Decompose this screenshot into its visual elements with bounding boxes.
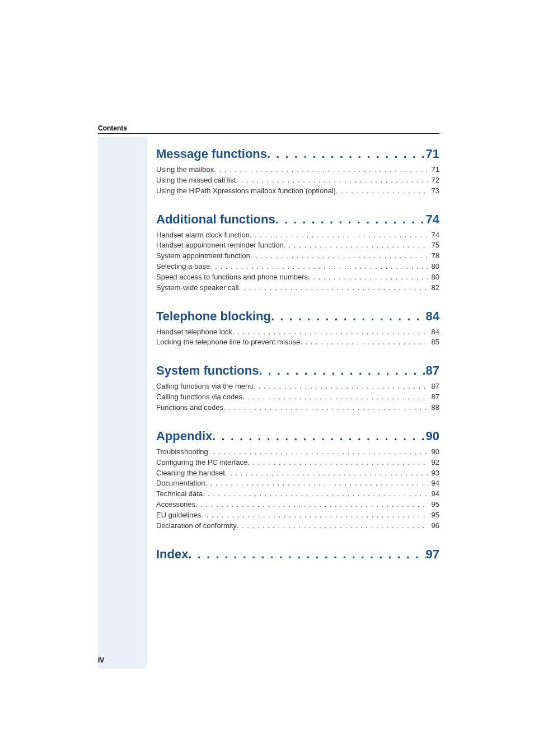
header-rule <box>98 133 439 134</box>
toc-heading[interactable]: Additional functions 74 <box>156 212 439 227</box>
toc-entry[interactable]: System-wide speaker call82 <box>156 283 439 293</box>
toc-entry[interactable]: Handset alarm clock function74 <box>156 230 439 241</box>
toc-entry-page: 80 <box>428 262 439 272</box>
toc-entry[interactable]: Troubleshooting90 <box>156 447 439 458</box>
leader-dots <box>250 230 428 241</box>
toc-entry-title: Calling functions via the menu <box>156 381 253 392</box>
leader-dots <box>250 251 428 262</box>
toc-section: Message functions 71 Using the mailbox71… <box>156 147 439 197</box>
toc-entry[interactable]: Using the HiPath Xpressions mailbox func… <box>156 186 439 197</box>
toc-entry[interactable]: Documentation94 <box>156 478 439 489</box>
leader-dots <box>271 309 426 324</box>
leader-dots <box>232 327 428 338</box>
toc-entry-title: Using the HiPath Xpressions mailbox func… <box>156 186 336 197</box>
leader-dots <box>203 489 428 500</box>
toc-heading[interactable]: Appendix 90 <box>156 429 439 444</box>
toc-heading-title: Appendix <box>156 429 212 444</box>
toc-entry-title: Documentation <box>156 478 205 489</box>
toc-entry-title: Cleaning the handset <box>156 468 225 479</box>
leader-dots <box>336 186 428 197</box>
leader-dots <box>259 363 425 378</box>
toc-heading[interactable]: Message functions 71 <box>156 147 439 161</box>
leader-dots <box>225 468 428 479</box>
toc-heading-title: Additional functions <box>156 212 275 227</box>
toc-section: Additional functions 74 Handset alarm cl… <box>156 212 439 293</box>
leader-dots <box>242 392 428 403</box>
toc-entry[interactable]: Declaration of conformity96 <box>156 521 439 531</box>
toc-heading-page: 90 <box>426 429 439 444</box>
toc-entry-page: 73 <box>428 186 439 197</box>
toc-entry[interactable]: Speed access to functions and phone numb… <box>156 272 439 283</box>
header-label: Contents <box>98 124 127 132</box>
toc-entry-title: Technical data <box>156 489 203 500</box>
toc-heading-page: 97 <box>426 547 439 562</box>
leader-dots <box>208 447 428 458</box>
toc-heading[interactable]: Index 97 <box>156 547 439 562</box>
toc-entry[interactable]: Calling functions via codes87 <box>156 392 439 403</box>
toc-entry-page: 92 <box>428 458 439 468</box>
toc-entry-title: EU guidelines <box>156 510 201 521</box>
toc-entry[interactable]: Using the missed call list72 <box>156 175 439 186</box>
toc-entry-title: Selecting a base <box>156 262 210 272</box>
toc-entry-page: 94 <box>428 478 439 489</box>
toc-entry-page: 94 <box>428 489 439 500</box>
toc-entry-title: Locking the telephone line to prevent mi… <box>156 337 300 348</box>
toc-entry-page: 84 <box>428 327 439 338</box>
toc-entry-page: 87 <box>428 392 439 403</box>
leader-dots <box>238 283 428 293</box>
toc-heading-title: System functions <box>156 363 259 378</box>
toc-entry-page: 80 <box>428 272 439 283</box>
toc-entry[interactable]: Functions and codes88 <box>156 403 439 413</box>
toc-heading-title: Message functions <box>156 147 267 161</box>
toc-heading[interactable]: Telephone blocking 84 <box>156 309 439 324</box>
leader-dots <box>188 547 425 562</box>
toc-content: Message functions 71 Using the mailbox71… <box>156 147 439 577</box>
leader-dots <box>237 521 428 531</box>
toc-entry[interactable]: Using the mailbox71 <box>156 165 439 175</box>
leader-dots <box>308 272 428 283</box>
toc-entry-title: Troubleshooting <box>156 447 208 458</box>
toc-entry[interactable]: Accessories95 <box>156 500 439 510</box>
leader-dots <box>284 240 428 251</box>
toc-entry-title: System-wide speaker call <box>156 283 238 293</box>
toc-entry[interactable]: EU guidelines95 <box>156 510 439 521</box>
toc-entry[interactable]: Locking the telephone line to prevent mi… <box>156 337 439 348</box>
toc-entry-title: Using the mailbox <box>156 165 214 175</box>
toc-entry-page: 78 <box>428 251 439 262</box>
toc-entry-page: 95 <box>428 500 439 510</box>
toc-entry-page: 93 <box>428 468 439 479</box>
leader-dots <box>275 212 426 227</box>
toc-heading-title: Telephone blocking <box>156 309 271 324</box>
side-bar <box>98 137 147 669</box>
toc-section: Telephone blocking 84 Handset telephone … <box>156 309 439 348</box>
leader-dots <box>210 262 428 272</box>
toc-entry-page: 72 <box>428 175 439 186</box>
toc-entry-page: 96 <box>428 521 439 531</box>
toc-entry-title: Calling functions via codes <box>156 392 242 403</box>
toc-entry-title: Declaration of conformity <box>156 521 237 531</box>
toc-entry-title: System appointment function <box>156 251 250 262</box>
toc-entry-page: 75 <box>428 240 439 251</box>
toc-entry-page: 82 <box>428 283 439 293</box>
toc-entry-page: 95 <box>428 510 439 521</box>
toc-entry[interactable]: Calling functions via the menu87 <box>156 381 439 392</box>
toc-entry-title: Configuring the PC interface <box>156 458 247 468</box>
toc-heading-title: Index <box>156 547 188 562</box>
toc-entry[interactable]: Technical data94 <box>156 489 439 500</box>
toc-entry-page: 85 <box>428 337 439 348</box>
toc-entry[interactable]: Cleaning the handset93 <box>156 468 439 479</box>
leader-dots <box>223 403 428 413</box>
toc-entry[interactable]: Handset appointment reminder function75 <box>156 240 439 251</box>
toc-heading[interactable]: System functions 87 <box>156 363 439 378</box>
toc-entry-title: Functions and codes <box>156 403 223 413</box>
toc-entry-title: Handset telephone lock <box>156 327 232 338</box>
toc-entry[interactable]: System appointment function78 <box>156 251 439 262</box>
toc-entry[interactable]: Handset telephone lock84 <box>156 327 439 338</box>
toc-entry[interactable]: Configuring the PC interface92 <box>156 458 439 468</box>
toc-entry-page: 87 <box>428 381 439 392</box>
toc-section: Appendix 90 Troubleshooting90 Configurin… <box>156 429 439 531</box>
page: Contents Message functions 71 Using the … <box>0 0 534 756</box>
leader-dots <box>236 175 428 186</box>
toc-entry[interactable]: Selecting a base80 <box>156 262 439 272</box>
toc-entry-title: Using the missed call list <box>156 175 236 186</box>
